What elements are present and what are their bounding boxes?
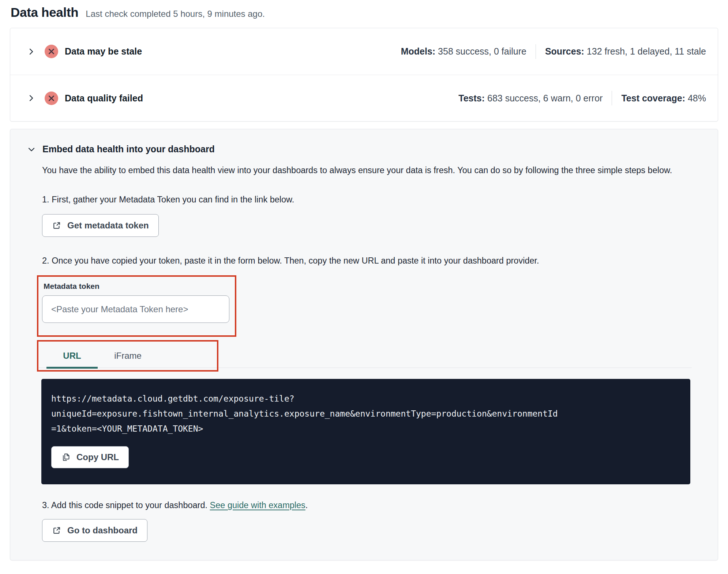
tab-url[interactable]: URL xyxy=(46,342,98,370)
step-3-text: 3. Add this code snippet to your dashboa… xyxy=(42,500,703,510)
embed-section-title: Embed data health into your dashboard xyxy=(42,144,215,154)
embed-output-tabs: URL iFrame xyxy=(37,340,703,372)
embed-url-line: https://metadata.cloud.getdbt.com/exposu… xyxy=(51,391,676,406)
tests-stat: Tests: 683 success, 6 warn, 0 error xyxy=(458,93,603,104)
copy-url-button[interactable]: Copy URL xyxy=(51,446,129,468)
error-status-icon xyxy=(45,45,58,58)
external-link-icon xyxy=(52,526,61,535)
get-metadata-token-button[interactable]: Get metadata token xyxy=(42,214,159,237)
copy-url-label: Copy URL xyxy=(76,452,119,462)
status-row-data-may-be-stale[interactable]: Data may be stale Models: 358 success, 0… xyxy=(10,28,718,75)
embed-description: You have the ability to embed this data … xyxy=(42,163,701,178)
metadata-token-label: Metadata token xyxy=(44,282,235,291)
see-guide-link[interactable]: See guide with examples xyxy=(210,500,305,510)
error-status-icon xyxy=(45,92,58,105)
chevron-right-icon[interactable] xyxy=(27,94,35,102)
models-stat: Models: 358 success, 0 failure xyxy=(401,46,526,57)
go-to-dashboard-label: Go to dashboard xyxy=(67,525,138,536)
external-link-icon xyxy=(52,221,61,230)
page-header: Data health Last check completed 5 hours… xyxy=(10,5,718,20)
embed-url-line: =1&token=<YOUR_METADATA_TOKEN> xyxy=(51,421,676,436)
status-card: Data may be stale Models: 358 success, 0… xyxy=(10,28,718,122)
test-coverage-stat: Test coverage: 48% xyxy=(621,93,706,104)
go-to-dashboard-button[interactable]: Go to dashboard xyxy=(42,519,147,542)
page-title: Data health xyxy=(11,5,78,20)
chevron-right-icon[interactable] xyxy=(27,48,35,56)
status-row-stats: Tests: 683 success, 6 warn, 0 error Test… xyxy=(458,91,706,105)
get-metadata-token-label: Get metadata token xyxy=(67,220,149,231)
embed-section-header[interactable]: Embed data health into your dashboard xyxy=(27,144,703,154)
embed-url-code-block: https://metadata.cloud.getdbt.com/exposu… xyxy=(41,379,690,484)
step-2-text: 2. Once you have copied your token, past… xyxy=(42,256,703,266)
step-1-text: 1. First, gather your Metadata Token you… xyxy=(42,195,703,205)
status-row-stats: Models: 358 success, 0 failure Sources: … xyxy=(401,44,706,59)
stat-divider xyxy=(612,91,612,105)
status-row-data-quality-failed[interactable]: Data quality failed Tests: 683 success, … xyxy=(10,75,718,121)
stat-divider xyxy=(536,44,536,59)
annotation-box-metadata-token: Metadata token xyxy=(37,275,236,337)
status-row-title: Data quality failed xyxy=(65,93,143,104)
data-health-page: Data health Last check completed 5 hours… xyxy=(0,0,728,560)
embed-section-card: Embed data health into your dashboard Yo… xyxy=(10,129,718,560)
copy-icon xyxy=(61,452,71,462)
annotation-box-tabs: URL iFrame xyxy=(37,340,218,372)
chevron-down-icon[interactable] xyxy=(27,145,36,154)
tab-iframe[interactable]: iFrame xyxy=(98,342,158,370)
sources-stat: Sources: 132 fresh, 1 delayed, 11 stale xyxy=(545,46,706,57)
metadata-token-input[interactable] xyxy=(42,295,229,323)
embed-url-line: uniqueId=exposure.fishtown_internal_anal… xyxy=(51,406,676,421)
status-row-title: Data may be stale xyxy=(65,46,142,57)
last-check-status: Last check completed 5 hours, 9 minutes … xyxy=(86,9,265,19)
